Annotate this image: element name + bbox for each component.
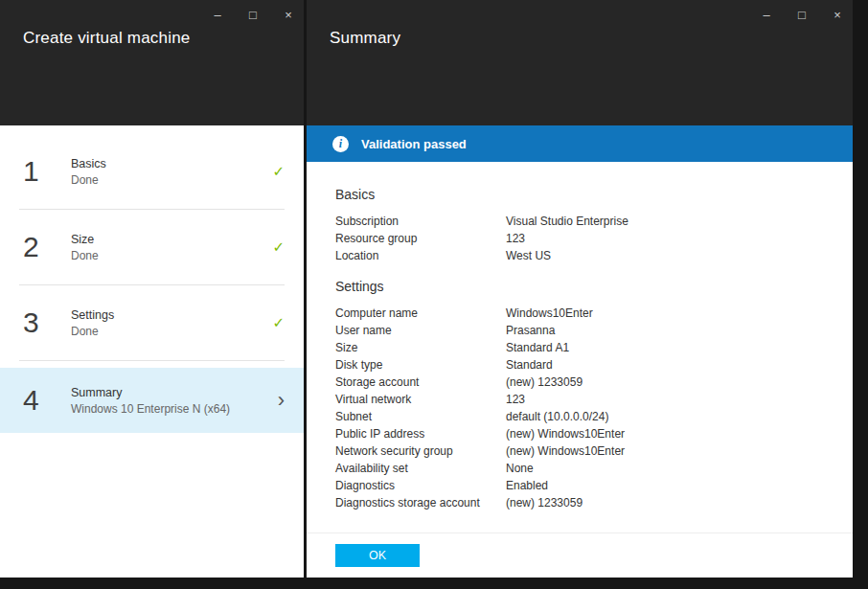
row-key: Diagnostics [335,477,506,494]
step-summary[interactable]: 4 Summary Windows 10 Enterprise N (x64) … [0,368,304,433]
close-icon[interactable]: × [830,7,845,24]
row-value: (new) Windows10Enter [506,442,834,460]
maximize-icon[interactable]: □ [245,7,261,24]
row-key: Storage account [335,374,506,391]
section-settings: Settings Computer name Windows10Enter Us… [335,279,834,511]
step-label: Size [71,233,272,246]
step-text: Settings Done [71,308,272,338]
summary-content: Basics Subscription Visual Studio Enterp… [307,162,853,532]
create-vm-blade-title: Create virtual machine [23,29,190,48]
row-value: Windows10Enter [506,305,834,322]
step-label: Basics [71,157,272,170]
create-vm-blade-header: Create virtual machine – □ × [0,0,304,125]
wizard-steps: 1 Basics Done ✓ 2 Size Done ✓ 3 [0,125,304,578]
summary-row: Public IP address (new) Windows10Enter [335,425,834,442]
row-key: Subscription [335,213,506,230]
row-value: 123 [506,391,834,408]
row-value: (new) Windows10Enter [506,425,834,442]
create-vm-window-controls: – □ × [210,7,296,24]
row-value: 123 [506,230,834,247]
row-key: Disk type [335,356,506,374]
summary-row: Subscription Visual Studio Enterprise [335,213,834,230]
summary-row: Diagnostics Enabled [335,477,834,494]
summary-blade-title: Summary [330,29,400,48]
step-separator [19,360,285,361]
row-key: Subnet [335,408,506,425]
step-number: 2 [23,231,56,263]
row-key: Size [335,339,506,356]
section-title: Basics [335,187,834,202]
row-value: West US [506,247,834,264]
step-number: 4 [23,384,56,417]
chevron-right-icon: › [278,390,285,411]
summary-footer: OK [307,532,853,578]
row-value: Prasanna [506,322,834,339]
step-number: 1 [23,155,56,188]
row-key: Network security group [335,442,506,460]
check-icon: ✓ [272,163,285,180]
row-key: Availability set [335,460,506,477]
step-label: Summary [71,386,278,399]
summary-blade-header: Summary – □ × [307,0,853,125]
step-sublabel: Done [71,249,272,262]
row-key: Resource group [335,230,506,247]
summary-row: Availability set None [335,460,834,477]
step-label: Settings [71,308,272,322]
step-sublabel: Done [71,173,272,187]
step-settings[interactable]: 3 Settings Done ✓ [0,292,304,353]
summary-row: Subnet default (10.0.0.0/24) [335,408,834,425]
summary-row: Resource group 123 [335,230,834,247]
step-number: 3 [23,306,56,339]
summary-row: Virtual network 123 [335,391,834,408]
summary-row: Size Standard A1 [335,339,834,356]
section-basics: Basics Subscription Visual Studio Enterp… [335,187,834,264]
create-vm-blade: Create virtual machine – □ × 1 Basics Do… [0,0,304,578]
step-sublabel: Done [71,325,272,338]
step-separator [19,284,285,285]
check-icon: ✓ [272,314,285,331]
summary-row: Network security group (new) Windows10En… [335,442,834,460]
summary-row: Disk type Standard [335,356,834,374]
row-key: Location [335,247,506,264]
step-basics[interactable]: 1 Basics Done ✓ [0,141,304,202]
maximize-icon[interactable]: □ [794,7,810,24]
row-key: Virtual network [335,391,506,408]
close-icon[interactable]: × [281,7,296,24]
info-icon: i [332,136,349,152]
validation-banner: i Validation passed [307,125,853,162]
summary-row: User name Prasanna [335,322,834,339]
summary-window-controls: – □ × [759,7,845,24]
step-text: Summary Windows 10 Enterprise N (x64) [71,386,278,416]
check-icon: ✓ [272,238,285,256]
minimize-icon[interactable]: – [759,7,774,24]
step-size[interactable]: 2 Size Done ✓ [0,216,304,278]
step-sublabel: Windows 10 Enterprise N (x64) [71,402,278,416]
summary-row: Computer name Windows10Enter [335,305,834,322]
row-value: (new) 1233059 [506,374,834,391]
row-value: Standard A1 [506,339,834,356]
row-value: Standard [506,356,834,374]
row-key: Computer name [335,305,506,322]
summary-row: Diagnostics storage account (new) 123305… [335,494,834,511]
row-key: Public IP address [335,425,506,442]
step-text: Basics Done [71,157,272,187]
row-value: Enabled [506,477,834,494]
minimize-icon[interactable]: – [210,7,225,24]
ok-button[interactable]: OK [335,544,420,567]
step-separator [19,209,285,210]
row-value: default (10.0.0.0/24) [506,408,834,425]
summary-row: Location West US [335,247,834,264]
row-key: User name [335,322,506,339]
step-text: Size Done [71,233,272,262]
section-title: Settings [335,279,834,294]
row-value: None [506,460,834,477]
azure-portal-stage: Create virtual machine – □ × 1 Basics Do… [0,0,868,589]
summary-row: Storage account (new) 1233059 [335,374,834,391]
summary-blade: Summary – □ × i Validation passed Basics… [307,0,853,578]
row-value: Visual Studio Enterprise [506,213,834,230]
row-value: (new) 1233059 [506,494,834,511]
row-key: Diagnostics storage account [335,494,506,511]
validation-banner-text: Validation passed [361,137,467,151]
